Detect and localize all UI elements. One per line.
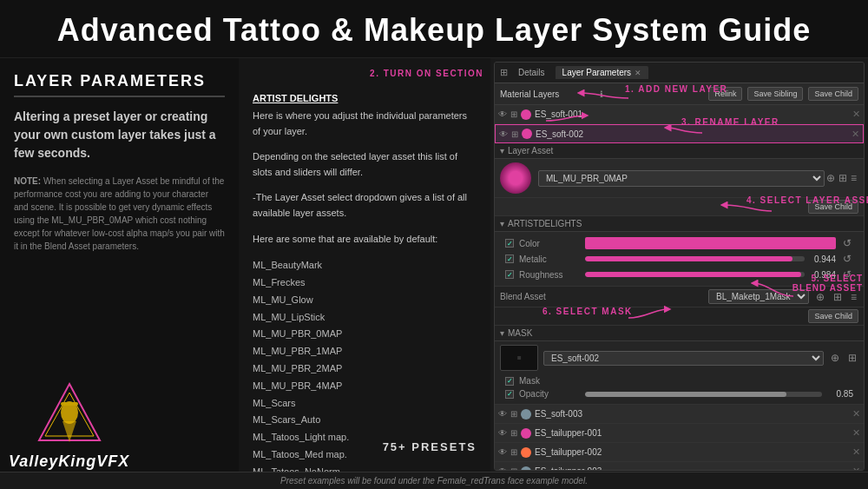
mask-collapse-icon: ▾ — [500, 328, 504, 338]
roughness-bar[interactable] — [585, 272, 805, 277]
mask-thumbnail-icon: ▪ — [516, 350, 522, 366]
asset-icon-3[interactable]: ≡ — [849, 172, 858, 184]
svg-marker-3 — [62, 421, 76, 442]
tab-layer-parameters[interactable]: Layer Parameters ✕ — [556, 66, 648, 79]
layer-color-dot — [522, 129, 532, 139]
list-item: ML_Scars_Auto — [253, 412, 477, 429]
list-item: ML_Scars — [253, 395, 477, 413]
table-row[interactable]: 👁 ⊞ ES_soft-001 ✕ — [495, 105, 864, 124]
layer-remove-icon[interactable]: ✕ — [852, 109, 860, 120]
note-body: When selecting a Layer Asset be mindful … — [14, 176, 225, 251]
layer-name: ES_soft-002 — [536, 129, 848, 139]
panel-icon: ⊞ — [500, 67, 508, 78]
table-row[interactable]: 👁 ⊞ ES_tailupper-002 ✕ — [495, 443, 864, 462]
save-sibling-button[interactable]: Save Sibling — [747, 87, 803, 101]
asset-preview — [500, 162, 531, 194]
metalic-label: Metalic — [519, 254, 580, 264]
layer-color-dot — [521, 447, 531, 458]
logo-text: ValleyKingVFX — [9, 453, 129, 471]
desc-2: Depending on the selected layer asset th… — [253, 149, 477, 180]
blend-save-child-button[interactable]: Save Child — [808, 309, 858, 323]
mask-check-row: Mask — [500, 374, 858, 387]
layer-name: ES_tailupper-001 — [535, 428, 849, 438]
layer-asset-header: ▾ Layer Asset — [495, 143, 864, 159]
bottom-text: Preset examples will be found under the … — [280, 476, 588, 486]
opacity-bar[interactable] — [585, 392, 822, 397]
layer-icon: ⊞ — [510, 109, 517, 119]
table-row[interactable]: 👁 ⊞ ES_tailupper-001 ✕ — [495, 424, 864, 443]
metalic-bar[interactable] — [585, 256, 805, 261]
mask-checkbox[interactable] — [505, 377, 514, 386]
list-item: ML_MU_PBR_4MAP — [253, 378, 477, 395]
layer-remove-icon[interactable]: ✕ — [852, 466, 860, 471]
metalic-checkbox[interactable] — [505, 254, 514, 263]
list-item: ML_MU_LipStick — [253, 309, 477, 327]
roughness-checkbox[interactable] — [505, 270, 514, 279]
layer-remove-icon[interactable]: ✕ — [852, 129, 859, 140]
blend-asset-label: Blend Asset — [500, 292, 546, 301]
artist-delights-label: ARTISTDELIGHTS — [508, 219, 582, 228]
tab-details-label: Details — [518, 68, 545, 77]
note-text: NOTE: When selecting a Layer Asset be mi… — [14, 175, 225, 253]
mask-section: ▪ ES_soft-002 ⊕ ⊞ Mask Opacity — [495, 341, 864, 405]
info-icon: ℹ — [600, 89, 603, 99]
select-mask-label: 6. SELECT MASK — [542, 307, 633, 316]
opacity-value: 0.85 — [827, 389, 853, 399]
artist-delights-header: ▾ ARTISTDELIGHTS — [495, 216, 864, 232]
opacity-row: Opacity 0.85 — [500, 387, 858, 400]
layer-name: ES_tailupper-003 — [535, 466, 849, 471]
select-blend-asset-label: 5. SELECTBLEND ASSET — [792, 274, 863, 293]
mask-icon-1[interactable]: ⊕ — [829, 352, 841, 364]
layer-color-dot — [521, 109, 531, 120]
presets-label: 75+ PRESETS — [383, 440, 477, 453]
mask-preview: ▪ — [500, 345, 538, 371]
section-title: LAYER PARAMETERS — [14, 72, 225, 97]
mask-dropdown[interactable]: ES_soft-002 — [543, 351, 824, 366]
page-title: Advanced Tattoo & Makeup Layer System Gu… — [0, 12, 868, 49]
layer-icon: ⊞ — [510, 447, 517, 457]
save-child-button[interactable]: Save Child — [808, 87, 858, 101]
color-reset-icon[interactable]: ↺ — [841, 237, 853, 249]
asset-row: ML_MU_PBR_0MAP ⊕ ⊞ ≡ — [495, 159, 864, 198]
table-row[interactable]: 👁 ⊞ ES_soft-003 ✕ — [495, 405, 864, 424]
desc-4: Here are some that are available by defa… — [253, 232, 477, 248]
material-layers-label: Material Layers — [500, 89, 595, 99]
layer-remove-icon[interactable]: ✕ — [852, 427, 860, 439]
asset-icon-2[interactable]: ⊞ — [837, 172, 849, 184]
desc-3: -The Layer Asset select dropdown gives a… — [253, 190, 477, 221]
list-item: ML_BeautyMark — [253, 257, 477, 274]
metalic-prop-row: Metalic 0.944 ↺ — [500, 251, 858, 267]
left-panel: LAYER PARAMETERS Altering a preset layer… — [0, 58, 239, 488]
layer-name: ES_soft-003 — [535, 409, 849, 419]
asset-dropdown[interactable]: ML_MU_PBR_0MAP — [538, 170, 825, 187]
roughness-label: Roughness — [519, 270, 580, 280]
intro-text: Altering a preset layer or creating your… — [14, 108, 225, 162]
middle-panel: 2. TURN ON SECTION ARTIST DELIGHTS Here … — [239, 58, 490, 488]
list-item: ML_Freckes — [253, 274, 477, 292]
table-row[interactable]: 👁 ⊞ ES_tailupper-003 ✕ — [495, 462, 864, 471]
layer-color-dot — [521, 409, 531, 420]
layer-remove-icon[interactable]: ✕ — [852, 408, 860, 420]
color-prop-row: Color ↺ — [500, 235, 858, 251]
mask-icon-2[interactable]: ⊞ — [846, 352, 858, 364]
table-row[interactable]: 👁 ⊞ ES_soft-002 ✕ — [495, 124, 864, 143]
color-label: Color — [519, 239, 580, 248]
color-swatch[interactable] — [585, 237, 836, 249]
layer-color-dot — [521, 428, 531, 439]
metalic-value: 0.944 — [810, 254, 836, 264]
color-checkbox[interactable] — [505, 239, 514, 248]
layer-icon: ⊞ — [510, 428, 517, 438]
tab-close-icon[interactable]: ✕ — [635, 69, 641, 77]
opacity-checkbox[interactable] — [505, 390, 514, 399]
ui-tabs: ⊞ Details Layer Parameters ✕ — [495, 63, 864, 83]
layer-icon: ⊞ — [511, 129, 518, 139]
metalic-reset-icon[interactable]: ↺ — [841, 253, 853, 265]
tab-details[interactable]: Details — [511, 66, 552, 79]
eye-icon: 👁 — [498, 447, 507, 457]
layer-remove-icon[interactable]: ✕ — [852, 446, 860, 458]
asset-icon-1[interactable]: ⊕ — [825, 172, 837, 184]
rename-layer-label: 3. RENAME LAYER — [681, 117, 779, 127]
layer-icon: ⊞ — [510, 466, 517, 471]
add-new-layer-label: 1. ADD NEW LAYER — [625, 84, 727, 94]
layer-name: ES_tailupper-002 — [535, 447, 849, 457]
